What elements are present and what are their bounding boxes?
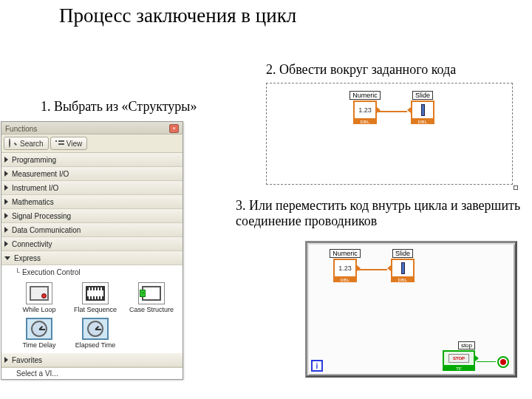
boolean-wire[interactable] bbox=[477, 361, 496, 363]
category-label: Data Communication bbox=[12, 226, 81, 234]
chevron-right-icon bbox=[4, 171, 8, 177]
category-label: Connectivity bbox=[12, 240, 52, 248]
step-2-caption: 2. Обвести вокруг заданного кода bbox=[266, 62, 456, 78]
chevron-down-icon bbox=[4, 256, 10, 260]
stop-button-node[interactable]: stop STOP TF bbox=[443, 341, 475, 371]
while-loop-item[interactable]: While Loop bbox=[16, 282, 62, 313]
wire[interactable] bbox=[378, 111, 407, 112]
category-express[interactable]: Express bbox=[1, 251, 183, 265]
item-label: Elapsed Time bbox=[75, 341, 116, 349]
slide-indicator-node[interactable]: Slide DBL bbox=[386, 249, 420, 282]
resize-handle-icon[interactable] bbox=[514, 185, 518, 190]
node-datatype: DBL bbox=[411, 120, 434, 124]
category-label: Instrument I/O bbox=[12, 184, 58, 192]
chevron-right-icon bbox=[4, 357, 8, 363]
stop-if-true-icon bbox=[500, 359, 506, 365]
chevron-right-icon bbox=[4, 241, 8, 247]
page-title: Процесс заключения в цикл bbox=[59, 4, 296, 27]
output-terminal-icon bbox=[377, 107, 381, 113]
category-instrument-io[interactable]: Instrument I/O bbox=[1, 181, 183, 195]
input-terminal-icon bbox=[387, 265, 391, 271]
chevron-right-icon bbox=[4, 227, 8, 233]
case-structure-icon: ? bbox=[138, 282, 165, 304]
select-vi-row[interactable]: Select a VI... bbox=[1, 367, 183, 379]
view-icon bbox=[55, 140, 64, 147]
node-datatype: TF bbox=[443, 366, 475, 371]
view-label: View bbox=[66, 140, 83, 148]
while-loop-icon bbox=[26, 282, 52, 304]
category-signal-processing[interactable]: Signal Processing bbox=[1, 209, 183, 223]
node-datatype: DBL bbox=[333, 278, 357, 282]
input-terminal-icon bbox=[407, 107, 411, 113]
category-label: Measurement I/O bbox=[12, 170, 69, 178]
category-mathematics[interactable]: Mathematics bbox=[1, 195, 183, 209]
category-label: Signal Processing bbox=[12, 212, 71, 220]
node-label: stop bbox=[458, 341, 475, 349]
numeric-control-node[interactable]: Numeric 1.23 DBL bbox=[328, 249, 362, 282]
numeric-value: 1.23 bbox=[358, 106, 372, 114]
time-delay-icon bbox=[26, 318, 52, 340]
case-structure-item[interactable]: ? Case Structure bbox=[129, 282, 174, 313]
category-label: Mathematics bbox=[12, 198, 54, 206]
item-label: Time Delay bbox=[22, 341, 55, 349]
palette-titlebar[interactable]: Functions × bbox=[1, 122, 183, 134]
wire[interactable] bbox=[358, 269, 387, 270]
node-label: Numeric bbox=[349, 91, 381, 100]
numeric-icon: 1.23 bbox=[333, 259, 357, 278]
node-label: Slide bbox=[412, 91, 433, 100]
chevron-right-icon bbox=[4, 213, 8, 219]
numeric-control-node[interactable]: Numeric 1.23 DBL bbox=[348, 91, 382, 124]
node-datatype: DBL bbox=[391, 278, 415, 282]
slide-icon bbox=[411, 100, 434, 120]
time-delay-item[interactable]: Time Delay bbox=[16, 318, 62, 349]
chevron-right-icon bbox=[4, 185, 8, 191]
numeric-value: 1.23 bbox=[338, 265, 352, 272]
node-datatype: DBL bbox=[353, 120, 377, 124]
stop-icon: STOP bbox=[443, 350, 475, 366]
palette-toolbar: Search View bbox=[1, 134, 183, 153]
node-label: Slide bbox=[392, 249, 413, 258]
iteration-terminal[interactable]: i bbox=[311, 360, 323, 372]
category-favorites[interactable]: Favorites bbox=[1, 353, 183, 367]
slide-indicator-node[interactable]: Slide DBL bbox=[406, 91, 440, 124]
flat-sequence-icon bbox=[82, 282, 109, 304]
search-label: Search bbox=[20, 140, 44, 148]
step-1-caption: 1. Выбрать из «Структуры» bbox=[41, 99, 197, 115]
category-measurement-io[interactable]: Measurement I/O bbox=[1, 167, 183, 181]
close-icon[interactable]: × bbox=[169, 124, 179, 133]
category-programming[interactable]: Programming bbox=[1, 153, 183, 167]
subcategory-label: Execution Control bbox=[22, 268, 81, 276]
category-label: Favorites bbox=[12, 356, 42, 364]
step-3-caption: 3. Или переместить код внутрь цикла и за… bbox=[236, 198, 531, 228]
chevron-right-icon bbox=[4, 157, 8, 163]
category-label: Express bbox=[14, 254, 41, 262]
flat-sequence-item[interactable]: Flat Sequence bbox=[72, 282, 118, 313]
item-label: Flat Sequence bbox=[74, 306, 117, 313]
while-loop-structure[interactable]: Numeric 1.23 DBL Slide DBL i stop STOP T… bbox=[305, 241, 517, 378]
output-terminal-icon bbox=[357, 265, 361, 271]
elapsed-time-item[interactable]: Elapsed Time bbox=[72, 318, 118, 349]
item-label: While Loop bbox=[22, 306, 55, 313]
search-button[interactable]: Search bbox=[4, 137, 49, 150]
view-button[interactable]: View bbox=[50, 137, 88, 150]
item-label: Case Structure bbox=[129, 306, 174, 313]
search-icon bbox=[9, 139, 18, 148]
stop-button-face: STOP bbox=[449, 354, 469, 363]
function-grid: While Loop Flat Sequence ? Case Structur… bbox=[15, 279, 180, 349]
elapsed-time-icon bbox=[82, 318, 109, 340]
subcategory-execution-control[interactable]: └ Execution Control bbox=[15, 268, 180, 276]
node-label: Numeric bbox=[330, 249, 361, 258]
category-label: Programming bbox=[12, 156, 56, 164]
chevron-right-icon bbox=[4, 199, 8, 205]
slide-icon bbox=[391, 259, 415, 278]
express-expanded: └ Execution Control While Loop Flat Sequ… bbox=[1, 265, 183, 353]
palette-title: Functions bbox=[5, 125, 37, 133]
category-connectivity[interactable]: Connectivity bbox=[1, 237, 183, 251]
selection-rubberband[interactable]: Numeric 1.23 DBL Slide DBL bbox=[266, 83, 513, 185]
category-data-communication[interactable]: Data Communication bbox=[1, 223, 183, 237]
numeric-icon: 1.23 bbox=[353, 100, 377, 120]
loop-condition-terminal[interactable] bbox=[497, 356, 509, 368]
functions-palette: Functions × Search View Programming Meas… bbox=[1, 121, 183, 380]
